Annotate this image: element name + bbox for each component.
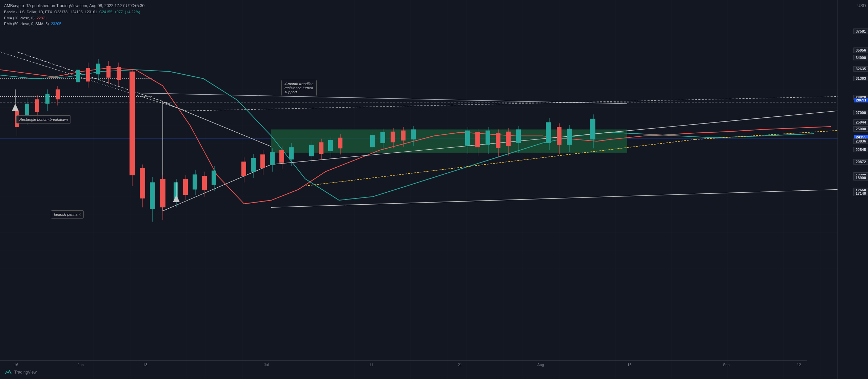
svg-rect-52: [202, 176, 207, 190]
svg-rect-24: [45, 94, 50, 104]
svg-rect-3: [271, 129, 627, 152]
svg-rect-104: [590, 119, 595, 139]
price-28691: 28691: [854, 98, 868, 102]
symbol-ohlc: Bitcoin / U.S. Dollar, 1D, FTX O23178 H2…: [4, 9, 144, 15]
svg-rect-44: [160, 179, 165, 207]
svg-rect-36: [117, 67, 121, 80]
price-18900: 18900: [853, 175, 868, 181]
svg-rect-68: [309, 145, 314, 156]
change-value: +977: [114, 10, 123, 14]
svg-rect-0: [0, 0, 837, 379]
svg-rect-58: [251, 158, 256, 172]
price-31363: 31363: [853, 76, 868, 81]
ema20-value: 22871: [37, 16, 47, 20]
svg-rect-32: [96, 64, 100, 75]
ema50-value: 23205: [51, 22, 61, 26]
svg-rect-72: [328, 140, 333, 151]
svg-rect-92: [496, 133, 500, 148]
trendline-annotation: 4-month trendlineresistance turnedsuppor…: [281, 80, 317, 96]
rectangle-annotation-text: Rectangle bottom breakdown: [19, 117, 68, 121]
svg-rect-66: [289, 147, 294, 159]
price-17140: 17140: [853, 191, 868, 196]
svg-rect-100: [557, 127, 561, 145]
svg-rect-22: [35, 99, 39, 112]
chart-container: AMBcrypto_TA published on TradingView.co…: [0, 0, 868, 379]
svg-rect-48: [183, 179, 188, 195]
tradingview-logo: TradingView: [4, 368, 37, 376]
x-axis: 16 Jun 13 Jul 11 21 Aug 15 Sep 12: [0, 360, 807, 369]
svg-rect-28: [76, 70, 80, 82]
open-value: 23178: [57, 10, 68, 14]
high-label: H: [70, 10, 72, 14]
ema50-line: EMA (50, close, 0, SMA, 5) 23205: [4, 21, 144, 27]
header-info: AMBcrypto_TA published on TradingView.co…: [4, 3, 144, 27]
svg-rect-76: [370, 135, 375, 147]
svg-rect-54: [212, 171, 216, 185]
svg-rect-74: [338, 138, 342, 149]
tradingview-icon: [4, 368, 12, 376]
svg-rect-42: [150, 182, 155, 209]
svg-rect-98: [546, 122, 551, 143]
svg-rect-34: [106, 66, 111, 78]
price-34000: 34000: [853, 55, 868, 60]
price-25944: 25944: [853, 119, 868, 125]
close-value: 24155: [102, 10, 113, 14]
svg-rect-88: [475, 132, 480, 147]
trendline-annotation-text: 4-month trendlineresistance turnedsuppor…: [284, 82, 314, 94]
svg-rect-84: [411, 129, 416, 139]
price-32635: 32635: [853, 66, 868, 72]
price-axis: USD 37581 35056 34000 32635 31363 28829 …: [837, 0, 868, 379]
rectangle-annotation: Rectangle bottom breakdown: [16, 115, 71, 124]
chart-main: AMBcrypto_TA published on TradingView.co…: [0, 0, 837, 379]
svg-rect-50: [193, 174, 197, 189]
high-value: 24195: [72, 10, 83, 14]
low-value: 23161: [87, 10, 97, 14]
svg-rect-82: [401, 131, 406, 141]
x-label-13: 13: [143, 363, 147, 367]
svg-rect-26: [56, 89, 60, 99]
x-label-11: 11: [369, 363, 373, 367]
svg-rect-62: [270, 152, 275, 165]
svg-rect-94: [506, 132, 511, 146]
svg-rect-78: [380, 132, 385, 143]
svg-rect-102: [567, 129, 572, 145]
svg-rect-40: [140, 168, 145, 198]
x-label-12: 12: [797, 363, 801, 367]
x-label-aug: Aug: [537, 363, 544, 367]
svg-rect-20: [25, 104, 29, 116]
symbol-label: Bitcoin / U.S. Dollar, 1D, FTX: [4, 10, 52, 14]
bearish-pennant-text: bearish pennant: [54, 212, 81, 216]
bearish-pennant-annotation: bearish pennant: [51, 210, 84, 219]
close-label: C: [99, 10, 102, 14]
price-35056: 35056: [853, 48, 868, 53]
svg-rect-90: [486, 131, 490, 145]
tradingview-text: TradingView: [14, 370, 37, 375]
svg-rect-96: [516, 129, 521, 143]
x-label-jun: Jun: [78, 363, 84, 367]
usd-label: USD: [855, 3, 868, 9]
price-22545: 22545: [853, 147, 868, 152]
x-label-16: 16: [14, 363, 18, 367]
published-by: AMBcrypto_TA published on TradingView.co…: [4, 3, 144, 9]
svg-rect-56: [241, 162, 246, 176]
svg-rect-38: [130, 72, 135, 175]
price-23836: 23836: [853, 138, 868, 144]
price-25000: 25000: [853, 126, 868, 132]
svg-rect-80: [391, 132, 395, 143]
svg-rect-64: [279, 150, 284, 163]
chart-svg: [0, 0, 837, 379]
price-27000: 27000: [853, 110, 868, 115]
svg-rect-30: [86, 68, 90, 81]
price-37581: 37581: [853, 29, 868, 34]
svg-rect-86: [465, 131, 470, 146]
x-label-sep: Sep: [723, 363, 730, 367]
price-20872: 20872: [853, 159, 868, 165]
ema20-line: EMA (20, close, 0) 22871: [4, 15, 144, 21]
x-label-21: 21: [458, 363, 462, 367]
ema50-label: EMA (50, close, 0, SMA, 5): [4, 22, 49, 26]
open-label: O: [54, 10, 57, 14]
svg-rect-60: [260, 154, 265, 168]
ema20-label: EMA (20, close, 0): [4, 16, 35, 20]
svg-rect-70: [319, 142, 323, 154]
x-label-jul: Jul: [264, 363, 269, 367]
